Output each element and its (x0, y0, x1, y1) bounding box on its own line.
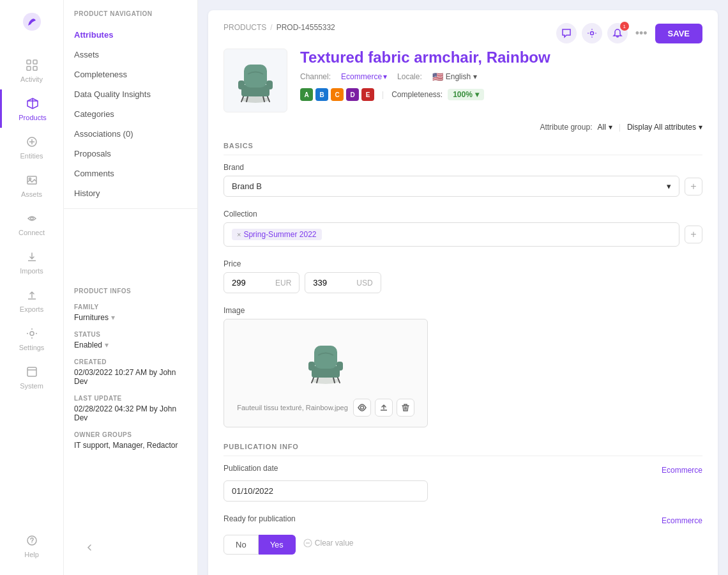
collection-field-group: Collection × Spring-Summer 2022 + (224, 210, 702, 247)
attr-group-selector[interactable]: All ▾ (597, 123, 612, 132)
family-label: FAMILY (74, 303, 187, 310)
publication-section-title: PUBLICATION INFO (224, 443, 702, 456)
help-icon (24, 533, 40, 548)
sidebar-nav-attributes[interactable]: Attributes (64, 25, 197, 45)
created-value: 02/03/2022 10:27 AM by John Dev (74, 368, 187, 386)
system-icon (24, 364, 40, 379)
entities-icon (24, 134, 40, 150)
products-label: Products (19, 114, 46, 121)
imports-label: Imports (20, 267, 43, 275)
brand-select[interactable]: Brand B ▾ (224, 176, 679, 197)
svg-rect-2 (27, 66, 31, 70)
collection-tag: × Spring-Summer 2022 (232, 229, 322, 240)
ready-pub-label: Ready for publication (224, 514, 296, 523)
publication-section: PUBLICATION INFO Publication date Ecomme… (224, 443, 702, 555)
svg-rect-20 (238, 80, 245, 89)
price-eur-input[interactable]: EUR (224, 272, 300, 293)
price-field-group: Price EUR USD (224, 259, 702, 293)
completeness-badge: 100% ▾ (448, 89, 484, 100)
status-value[interactable]: Enabled ▾ (74, 341, 187, 349)
sidebar-collapse-button[interactable] (74, 537, 105, 560)
completeness-label: Completeness: (391, 90, 443, 99)
image-upload-button[interactable] (375, 399, 393, 417)
sidebar-item-activity[interactable]: Activity (0, 51, 63, 89)
sidebar-item-help[interactable]: Help (0, 526, 63, 565)
save-button[interactable]: SAVE (655, 24, 702, 43)
sidebar-nav-comments[interactable]: Comments (64, 164, 197, 183)
sidebar-item-imports[interactable]: Imports (0, 243, 63, 281)
comment-button[interactable] (556, 23, 577, 43)
price-usd-currency: USD (356, 279, 372, 288)
locale-flag: 🇺🇸 (432, 72, 443, 82)
image-view-button[interactable] (353, 399, 371, 417)
image-delete-button[interactable] (397, 399, 414, 417)
svg-rect-28 (314, 346, 337, 369)
pub-date-header: Publication date Ecommerce (224, 464, 702, 477)
channel-label: Channel: (300, 72, 331, 81)
completeness-separator: | (382, 90, 384, 99)
settings-label: Settings (19, 344, 45, 351)
price-eur-currency: EUR (275, 279, 291, 288)
sidebar-nav-proposals[interactable]: Proposals (64, 144, 197, 164)
family-value[interactable]: Furnitures ▾ (74, 313, 187, 322)
sidebar-item-products[interactable]: Products (0, 89, 63, 128)
sidebar-product-info: PRODUCT INFOS FAMILY Furnitures ▾ STATUS… (64, 277, 197, 469)
price-usd-value[interactable] (313, 278, 351, 288)
status-chevron-icon: ▾ (105, 341, 109, 349)
settings-button[interactable] (582, 23, 602, 43)
activity-label: Activity (20, 75, 43, 83)
locale-selector[interactable]: 🇺🇸 English ▾ (432, 72, 477, 82)
breadcrumb-separator: / (270, 23, 272, 32)
system-label: System (20, 382, 43, 390)
notification-button[interactable]: 1 (607, 23, 628, 43)
price-eur-value[interactable] (232, 278, 270, 288)
completeness-chevron-icon: ▾ (475, 90, 479, 99)
sidebar-item-entities[interactable]: Entities (0, 128, 63, 166)
attr-badge-a: A (300, 88, 313, 101)
collection-tag-input[interactable]: × Spring-Summer 2022 (224, 222, 679, 247)
toggle-no-button[interactable]: No (224, 535, 259, 555)
main-content: PRODUCTS / PROD-14555332 (198, 0, 728, 575)
sidebar-item-system[interactable]: System (0, 358, 63, 396)
family-chevron-icon: ▾ (111, 313, 115, 322)
sidebar-item-settings[interactable]: Settings (0, 319, 63, 358)
pub-date-channel: Ecommerce (662, 466, 702, 475)
ready-pub-field-group: Ready for publication Ecommerce No Yes C… (224, 514, 702, 555)
toggle-yes-button[interactable]: Yes (259, 535, 296, 555)
sidebar-nav-associations[interactable]: Associations (0) (64, 124, 197, 144)
image-label: Image (224, 306, 702, 315)
collection-add-button[interactable]: + (685, 226, 702, 243)
channel-selector[interactable]: Ecommerce ▾ (341, 72, 387, 81)
owner-groups-label: OWNER GROUPS (74, 431, 187, 438)
basics-section-title: BASICS (224, 142, 702, 155)
sidebar-item-assets[interactable]: Assets (0, 166, 63, 204)
exports-icon (24, 288, 40, 303)
breadcrumb-parent[interactable]: PRODUCTS (224, 23, 266, 32)
image-field-group: Image (224, 306, 702, 427)
product-sidebar: PRODUCT NAVIGATION Attributes Assets Com… (64, 0, 198, 575)
svg-point-13 (241, 96, 269, 103)
sidebar-item-exports[interactable]: Exports (0, 281, 63, 319)
svg-rect-30 (337, 362, 343, 371)
svg-rect-21 (266, 80, 273, 89)
more-options-button[interactable]: ••• (633, 27, 650, 40)
brand-label: Brand (224, 163, 702, 172)
product-thumbnail (224, 49, 287, 112)
attr-badges: A B C D E (300, 88, 374, 101)
brand-add-button[interactable]: + (685, 178, 702, 195)
display-all-attrs[interactable]: Display All attributes ▾ (627, 123, 702, 132)
svg-point-11 (31, 542, 33, 544)
pub-date-input[interactable] (224, 480, 428, 502)
collection-tag-remove-icon[interactable]: × (237, 231, 241, 238)
svg-point-12 (590, 32, 593, 35)
sidebar-nav-categories[interactable]: Categories (64, 104, 197, 124)
activity-icon (24, 57, 40, 73)
clear-value-button[interactable]: Clear value (303, 539, 354, 548)
sidebar-item-connect[interactable]: Connect (0, 204, 63, 243)
sidebar-nav-dqi[interactable]: Data Quality Insights (64, 84, 197, 104)
sidebar-nav-history[interactable]: History (64, 183, 197, 203)
svg-point-7 (31, 217, 33, 220)
sidebar-nav-completeness[interactable]: Completeness (64, 65, 197, 84)
price-usd-input[interactable]: USD (305, 272, 381, 293)
sidebar-nav-assets[interactable]: Assets (64, 45, 197, 65)
